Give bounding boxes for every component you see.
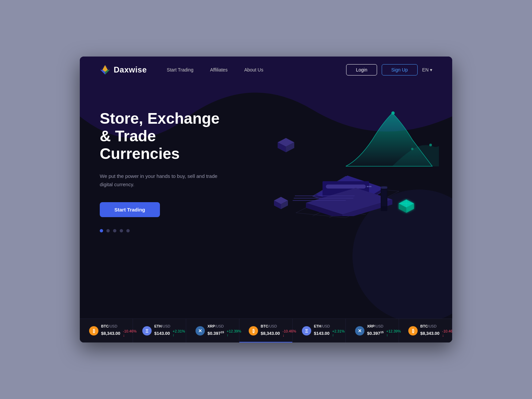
ticker-change: -10.46% ↓ [442,329,452,337]
chevron-down-icon: ▾ [430,67,432,72]
btc-icon: ₿ [89,326,98,335]
ticker-change: +2.31% ↑ [332,329,345,337]
ticker-info: XRP/USD $0.39715 +12.39% ↑ [207,324,241,337]
ticker-item[interactable]: Ξ ETH/USD $143.00 +2.31% ↑ [293,319,346,342]
dot-3[interactable] [113,229,116,232]
ticker-price: $143.00 [154,331,170,336]
nav-affiliates[interactable]: Affiliates [210,67,228,72]
brand-name: Daxwise [114,65,147,74]
ticker-pair: BTC/USD [261,324,296,328]
xrp-icon: ✕ [196,326,205,335]
svg-rect-19 [326,185,366,189]
dot-2[interactable] [106,229,110,232]
xrp-icon: ✕ [355,326,364,335]
svg-rect-27 [294,198,354,199]
lang-label: EN [422,67,429,72]
ticker-price-row: $8,343.00 -10.46% ↓ [420,329,452,337]
btc-icon: ₿ [249,326,258,335]
ticker-change: +2.31% ↑ [173,329,185,337]
isometric-scene [269,96,429,236]
ticker-price: $8,343.00 [101,331,120,336]
ticker-price-row: $0.39715 +12.39% ↑ [207,329,241,337]
hero-illustration [266,103,432,263]
ticker-pair: XRP/USD [367,324,401,328]
nav-about-us[interactable]: About Us [244,67,263,72]
ticker-info: ETH/USD $143.00 +2.31% ↑ [314,324,345,337]
btc-icon: ₿ [408,326,418,335]
header-actions: Login Sign Up EN ▾ [346,64,432,75]
svg-point-22 [370,186,371,187]
dot-5[interactable] [126,229,130,232]
svg-point-21 [368,186,370,187]
ticker-pair: ETH/USD [154,324,185,328]
login-button[interactable]: Login [346,64,377,75]
logo: Daxwise [100,65,147,75]
ticker-item[interactable]: ✕ XRP/USD $0.39715 +12.39% ↑ [186,319,239,342]
svg-point-43 [381,187,387,189]
start-trading-button[interactable]: Start Trading [100,202,160,217]
hero-section: Store, Exchange& Trade Currencies We put… [80,83,452,269]
ticker-price: $8,343.00 [261,331,280,336]
ticker-price-row: $143.00 +2.31% ↑ [154,329,185,337]
svg-point-5 [391,111,395,115]
ticker-pair: BTC/USD [420,324,452,328]
dot-4[interactable] [120,229,123,232]
language-selector[interactable]: EN ▾ [422,67,432,72]
svg-point-20 [367,186,368,187]
ticker-info: BTC/USD $8,343.00 -10.46% ↓ [101,324,137,337]
ticker-item[interactable]: Ξ ETH/USD $143.00 +2.31% ↑ [133,319,186,342]
svg-point-6 [429,144,432,146]
ticker-info: BTC/USD $8,343.00 -10.46% ↓ [261,324,296,337]
logo-icon [100,65,110,75]
hero-title: Store, Exchange& Trade Currencies [100,110,239,163]
ticker-change: +12.39% ↑ [386,329,401,337]
dot-1[interactable] [100,229,103,232]
header: Daxwise Start Trading Affiliates About U… [80,57,452,83]
ticker-pair: XRP/USD [207,324,241,328]
ticker-price-row: $0.39715 +12.39% ↑ [367,329,401,337]
ticker-item[interactable]: ✕ XRP/USD $0.39715 +12.39% ↑ [346,319,399,342]
ticker-price: $143.00 [314,331,330,336]
svg-rect-26 [295,196,355,196]
ticker-item[interactable]: ₿ BTC/USD $8,343.00 -10.46% ↓ [80,319,133,342]
ticker-price: $8,343.00 [420,331,440,336]
svg-rect-28 [293,200,346,201]
ticker-info: ETH/USD $143.00 +2.31% ↑ [154,324,185,337]
ticker-info: BTC/USD $8,343.00 -10.46% ↓ [420,324,452,337]
ticker-price-row: $143.00 +2.31% ↑ [314,329,345,337]
ticker-price: $0.39715 [367,331,384,336]
ticker-pair: BTC/USD [101,324,137,328]
hero-subtitle: We put the power in your hands to buy, s… [100,172,226,189]
signup-button[interactable]: Sign Up [382,64,418,75]
ticker-change: +12.39% ↑ [227,329,241,337]
browser-window: Daxwise Start Trading Affiliates About U… [80,57,452,342]
ticker-price-row: $8,343.00 -10.46% ↓ [261,329,296,337]
ticker-price-row: $8,343.00 -10.46% ↓ [101,329,137,337]
ticker-pair: ETH/USD [314,324,345,328]
ticker-info: XRP/USD $0.39715 +12.39% ↑ [367,324,401,337]
svg-rect-42 [381,190,387,206]
slider-dots [100,229,266,232]
ticker-price: $0.39715 [207,331,224,336]
eth-icon: Ξ [302,326,311,335]
main-nav: Start Trading Affiliates About Us [167,67,346,72]
ticker-item-active[interactable]: ₿ BTC/USD $8,343.00 -10.46% ↓ [239,319,293,342]
nav-start-trading[interactable]: Start Trading [167,67,194,72]
ticker-item[interactable]: ₿ BTC/USD $8,343.00 -10.46% ↓ [399,319,452,342]
svg-point-7 [411,148,414,150]
hero-content: Store, Exchange& Trade Currencies We put… [100,103,266,232]
ticker-bar: ₿ BTC/USD $8,343.00 -10.46% ↓ Ξ ETH/USD … [80,319,452,342]
eth-icon: Ξ [142,326,152,335]
